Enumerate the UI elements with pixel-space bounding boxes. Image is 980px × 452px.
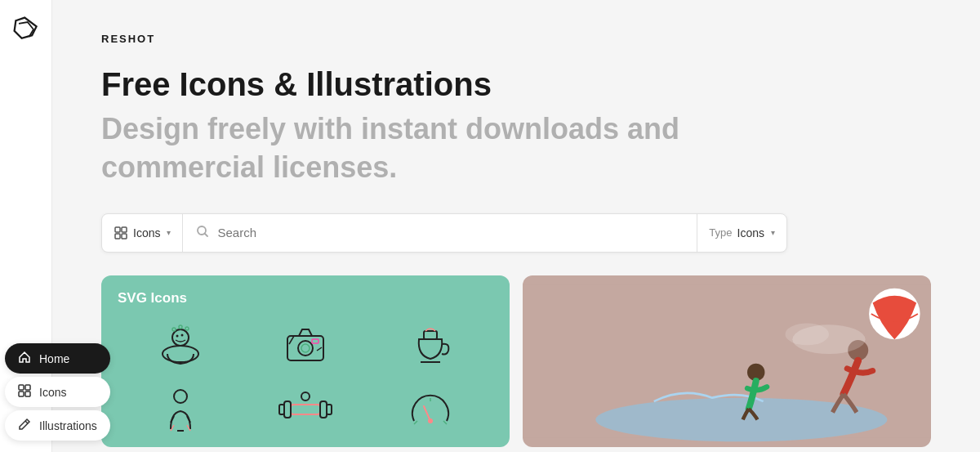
svg-rect-36	[25, 385, 30, 390]
icon-camera	[246, 315, 364, 374]
type-right-value: Icons	[737, 226, 764, 239]
nav-icons-label: Icons	[39, 386, 66, 399]
icon-bath	[121, 315, 239, 374]
cards-container: SVG Icons	[101, 275, 931, 447]
svg-line-16	[317, 347, 322, 351]
floating-nav: Home Icons Illustrations	[5, 343, 110, 441]
type-selector-label: Icons	[133, 226, 160, 239]
svg-point-8	[180, 333, 183, 336]
svg-rect-35	[19, 385, 24, 390]
svg-rect-38	[25, 392, 30, 396]
type-right-selector[interactable]: Type Icons ▾	[697, 214, 786, 252]
search-input-area[interactable]	[183, 225, 697, 241]
nav-illustrations-label: Illustrations	[39, 419, 97, 432]
svg-point-34	[785, 323, 829, 345]
svg-point-19	[174, 390, 187, 403]
svg-icons-card[interactable]: SVG Icons	[101, 275, 510, 447]
type-right-chevron-icon: ▾	[771, 228, 775, 237]
chevron-down-icon: ▾	[167, 228, 171, 237]
grid-icon	[18, 384, 31, 400]
svg-rect-21	[291, 405, 320, 414]
nav-home-label: Home	[39, 352, 69, 365]
svg-icons-label: SVG Icons	[118, 290, 187, 307]
home-icon	[18, 351, 31, 366]
icon-fitness	[246, 380, 364, 439]
illustration-scene	[523, 275, 931, 447]
svg-rect-15	[312, 339, 318, 343]
svg-point-7	[176, 334, 178, 337]
svg-rect-25	[327, 405, 332, 414]
svg-rect-22	[284, 401, 291, 418]
svg-rect-0	[115, 227, 120, 232]
icons-type-icon	[114, 226, 128, 240]
nav-item-icons[interactable]: Icons	[5, 377, 110, 407]
hero-title: Free Icons & Illustrations	[101, 65, 931, 104]
svg-point-13	[298, 341, 313, 356]
sidebar-logo[interactable]	[10, 13, 42, 46]
nav-item-illustrations[interactable]: Illustrations	[5, 410, 110, 441]
type-right-label: Type	[709, 226, 732, 239]
brand-name: RESHOT	[101, 33, 931, 45]
search-icon	[196, 225, 209, 241]
vector-illustrations-card[interactable]: Vector Illustrations	[523, 275, 931, 447]
svg-rect-23	[320, 401, 327, 418]
svg-point-29	[595, 397, 887, 441]
svg-point-10	[179, 325, 182, 329]
pencil-icon	[18, 418, 31, 433]
svg-point-11	[185, 327, 189, 330]
hero-subtitle: Design freely with instant downloads and…	[101, 110, 931, 187]
main-content: RESHOT Free Icons & Illustrations Design…	[52, 0, 980, 452]
svg-point-26	[301, 392, 310, 401]
icon-person-sun	[121, 380, 239, 439]
search-input[interactable]	[217, 226, 684, 239]
search-bar: Icons ▾ Type Icons ▾	[101, 213, 787, 253]
svg-point-14	[301, 344, 310, 352]
icon-gauge	[372, 380, 490, 439]
svg-point-6	[172, 329, 189, 346]
svg-rect-2	[115, 234, 120, 239]
svg-rect-24	[279, 405, 284, 414]
icon-teapot	[372, 315, 490, 374]
nav-item-home[interactable]: Home	[5, 343, 110, 374]
type-selector[interactable]: Icons ▾	[102, 214, 183, 252]
svg-rect-3	[122, 234, 127, 239]
svg-rect-1	[122, 227, 127, 232]
svg-rect-37	[19, 392, 24, 396]
svg-point-9	[172, 328, 176, 331]
svg-rect-17	[424, 331, 437, 339]
